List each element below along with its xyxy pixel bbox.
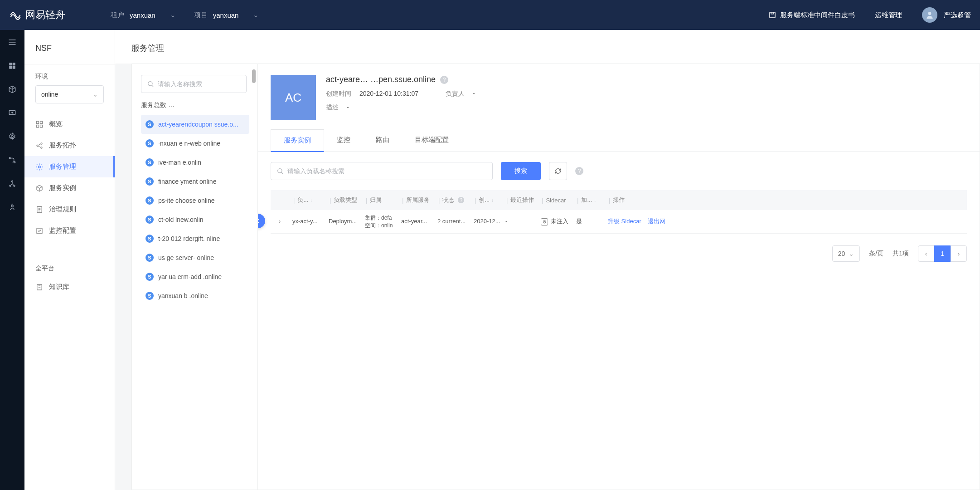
service-search[interactable] <box>141 75 247 93</box>
service-item[interactable]: Sive-man e.onlin <box>141 153 249 172</box>
screen-icon[interactable] <box>7 108 17 118</box>
uninject-icon: ⊘ <box>541 218 548 225</box>
whitepaper-link[interactable]: 服务端标准中间件白皮书 <box>768 11 855 20</box>
env-label: 环境 <box>24 73 115 85</box>
user-menu[interactable]: 严选超管 <box>922 7 971 23</box>
nav-overview[interactable]: 概览 <box>24 113 115 135</box>
search-button[interactable]: 搜索 <box>501 162 541 180</box>
th-created: 创... <box>479 196 490 204</box>
page-nav: ‹ 1 › <box>918 245 967 262</box>
svg-point-7 <box>11 136 14 138</box>
gear-icon <box>35 163 44 171</box>
help-icon[interactable]: ? <box>458 197 464 203</box>
chevron-down-icon: ⌄ <box>849 250 854 257</box>
th-type: 负载类型 <box>334 196 357 204</box>
s-badge-icon: S <box>146 254 154 262</box>
menu-icon[interactable] <box>7 37 17 47</box>
pagination: 20 ⌄ 条/页 共1项 ‹ 1 › <box>258 234 980 262</box>
exit-mesh-link[interactable]: 退出网 <box>648 217 665 225</box>
chevron-down-icon: ⌄ <box>170 11 176 19</box>
desc-label: 描述 <box>326 103 339 111</box>
page-number-button[interactable]: 1 <box>934 245 951 262</box>
nav-service-instance[interactable]: 服务实例 <box>24 177 115 199</box>
logo-text: 网易轻舟 <box>25 8 65 22</box>
sort-icon[interactable]: ↓ <box>491 198 494 203</box>
tenant-select[interactable]: 租户 yanxuan ⌄ <box>111 11 176 20</box>
service-item[interactable]: Sps-ite choose online <box>141 191 249 210</box>
nav-topology[interactable]: 服务拓扑 <box>24 135 115 156</box>
project-select[interactable]: 项目 yanxuan ⌄ <box>194 11 259 20</box>
service-search-input[interactable] <box>158 80 241 88</box>
service-name: ·nxuan e n-web online <box>158 140 220 147</box>
service-name: finance yment online <box>158 178 216 185</box>
svg-rect-0 <box>770 12 775 18</box>
env-select[interactable]: online ⌄ <box>35 85 104 103</box>
gear-icon[interactable] <box>7 132 17 142</box>
tab-monitor[interactable]: 监控 <box>324 129 363 152</box>
upgrade-sidecar-link[interactable]: 升级 Sidecar <box>608 217 641 225</box>
s-badge-icon: S <box>146 216 154 224</box>
platform-section: 全平台 <box>24 256 115 276</box>
scrollbar[interactable] <box>252 69 256 83</box>
nav-monitor-config[interactable]: 监控配置 <box>24 220 115 241</box>
s-badge-icon: S <box>146 177 154 186</box>
svg-rect-16 <box>36 125 39 127</box>
cell-belong: 集群：defa空间：onlin <box>365 214 393 230</box>
page-size-select[interactable]: 20 ⌄ <box>832 245 860 262</box>
tab-instances[interactable]: 服务实例 <box>271 129 324 152</box>
ops-mgmt-link[interactable]: 运维管理 <box>875 11 902 20</box>
detail-panel: AC act-yeare… …pen.ssue.online ? 创建时间202… <box>257 64 980 490</box>
nav-service-mgmt[interactable]: 服务管理 <box>24 156 115 177</box>
service-avatar: AC <box>271 75 316 120</box>
service-item[interactable]: Syar ua erm-add .online <box>141 267 249 286</box>
th-action: 操作 <box>613 196 625 204</box>
cube-icon[interactable] <box>7 84 17 94</box>
expand-row-icon[interactable]: › <box>279 217 281 225</box>
icon-rail <box>0 30 24 490</box>
service-item[interactable]: Syanxuan b .online <box>141 286 249 305</box>
prev-page-button[interactable]: ‹ <box>918 245 934 262</box>
s-badge-icon: S <box>146 273 154 281</box>
sort-icon[interactable]: ↓ <box>310 198 312 203</box>
svg-rect-3 <box>13 63 15 65</box>
help-icon[interactable]: ? <box>575 167 583 175</box>
service-item[interactable]: Sus ge server- online <box>141 248 249 267</box>
created-label: 创建时间 <box>326 90 351 97</box>
desc-value: - <box>347 103 349 111</box>
tab-route[interactable]: 路由 <box>363 129 402 152</box>
service-item[interactable]: Sct-old lnew.onlin <box>141 210 249 229</box>
search-icon <box>277 167 284 175</box>
service-item[interactable]: Sact-yearendcoupon ssue.o... <box>141 115 249 134</box>
workload-search[interactable] <box>271 162 493 180</box>
dashboard-icon[interactable] <box>7 61 17 71</box>
service-list-panel: 服务总数 … Sact-yearendcoupon ssue.o... S·nx… <box>131 64 257 490</box>
service-item[interactable]: St-20 012 rdergift. nline <box>141 229 249 248</box>
nav-label: 治理规则 <box>49 205 76 214</box>
nodes-icon[interactable] <box>7 179 17 189</box>
alert-icon[interactable] <box>7 202 17 212</box>
product-logo[interactable]: 网易轻舟 <box>9 8 65 22</box>
nav-governance[interactable]: 治理规则 <box>24 199 115 220</box>
tab-target-config[interactable]: 目标端配置 <box>402 129 461 152</box>
svg-point-8 <box>9 157 10 159</box>
svg-rect-4 <box>9 66 12 69</box>
help-icon[interactable]: ? <box>440 76 448 84</box>
service-list: Sact-yearendcoupon ssue.o... S·nxuan e n… <box>141 115 257 479</box>
sort-icon[interactable]: ↓ <box>594 198 596 203</box>
cell-name: yx-act-y... <box>289 217 325 225</box>
cell-type: Deploym... <box>325 217 361 225</box>
s-badge-icon: S <box>146 139 154 147</box>
nav-label: 监控配置 <box>49 226 76 235</box>
route-icon[interactable] <box>7 155 17 165</box>
refresh-button[interactable] <box>549 162 567 180</box>
next-page-button[interactable]: › <box>951 245 967 262</box>
cell-created: 2020-12... <box>470 217 502 225</box>
service-item[interactable]: Sfinance yment online <box>141 172 249 191</box>
workload-search-input[interactable] <box>287 167 487 175</box>
logo-icon <box>9 9 22 21</box>
detail-tabs: 服务实例 监控 路由 目标端配置 <box>258 129 980 152</box>
service-item[interactable]: S·nxuan e n-web online <box>141 134 249 153</box>
nav-knowledge[interactable]: 知识库 <box>24 276 115 298</box>
chevron-down-icon: ⌄ <box>92 91 98 98</box>
svg-point-20 <box>41 147 42 148</box>
